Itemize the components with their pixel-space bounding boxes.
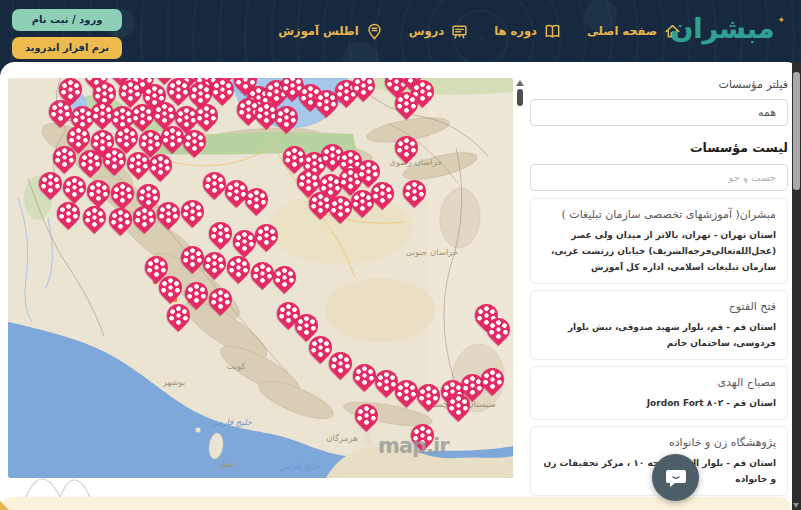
map-pin-icon xyxy=(366,23,383,40)
institution-card[interactable]: فتح الفتوح استان قم - قم، بلوار شهید صدو… xyxy=(530,290,788,360)
flower-pin-icon xyxy=(161,126,184,149)
search-input[interactable] xyxy=(530,164,788,191)
flower-pin-icon xyxy=(111,182,134,205)
map-marker[interactable] xyxy=(190,99,223,132)
nav-home-label: صفحه اصلی xyxy=(587,24,657,38)
flower-pin-icon xyxy=(355,404,378,427)
page-scrollbar-thumb[interactable] xyxy=(793,72,800,190)
filter-select[interactable]: همه xyxy=(530,99,788,126)
map-marker[interactable] xyxy=(106,177,139,210)
flower-pin-icon xyxy=(87,180,110,203)
flower-pin-icon xyxy=(403,180,426,203)
map-marker[interactable] xyxy=(104,203,137,236)
filter-selected-value: همه xyxy=(758,106,776,119)
flower-pin-icon xyxy=(127,152,150,175)
map-marker[interactable] xyxy=(268,261,301,294)
institutions-list-title: لیست مؤسسات xyxy=(530,140,788,155)
nav-courses-label: دوره ها xyxy=(494,24,537,38)
map-attribution: map.ir xyxy=(378,434,449,458)
flower-pin-icon xyxy=(49,100,72,123)
map-marker[interactable] xyxy=(324,347,357,380)
flower-pin-icon xyxy=(83,206,106,229)
mini-scrollbar-thumb[interactable] xyxy=(517,89,523,106)
flower-pin-icon xyxy=(181,200,204,223)
map-marker[interactable] xyxy=(398,175,431,208)
flower-pin-icon xyxy=(329,352,352,375)
flower-pin-icon xyxy=(352,78,375,97)
map-marker[interactable] xyxy=(442,389,475,422)
flower-pin-icon xyxy=(227,256,250,279)
flower-pin-icon xyxy=(275,106,298,129)
map-marker[interactable] xyxy=(366,177,399,210)
map-marker[interactable] xyxy=(390,131,423,164)
flower-pin-icon xyxy=(181,246,204,269)
main-nav: صفحه اصلی دوره ها دروس اط xyxy=(278,0,681,62)
login-register-button[interactable]: ورود / ثبت نام xyxy=(12,9,122,31)
chat-widget-button[interactable] xyxy=(652,454,699,501)
flower-pin-icon xyxy=(203,252,226,275)
map-marker[interactable] xyxy=(240,183,273,216)
nav-atlas[interactable]: اطلس آموزش xyxy=(278,23,383,40)
map-marker[interactable] xyxy=(204,283,237,316)
map-marker[interactable] xyxy=(178,125,211,158)
map-marker[interactable] xyxy=(222,251,255,284)
flower-pin-icon xyxy=(167,304,190,327)
logo[interactable]: ✦ مبشران xyxy=(670,13,785,44)
nav-courses[interactable]: دوره ها xyxy=(494,23,561,40)
flower-pin-icon xyxy=(295,314,318,337)
page-scrollbar[interactable] xyxy=(792,62,801,510)
map-marker[interactable] xyxy=(82,175,115,208)
institution-card[interactable]: مصباح الهدی استان قم - Jordon Fort ۸۰۲ xyxy=(530,366,788,420)
flower-pin-icon xyxy=(251,262,274,285)
map-marker[interactable] xyxy=(152,197,185,230)
map-marker[interactable] xyxy=(412,379,445,412)
map-marker[interactable] xyxy=(58,171,91,204)
android-app-button[interactable]: نرم افزار اندروید xyxy=(12,37,122,59)
nav-lessons[interactable]: دروس xyxy=(409,23,469,40)
institution-card[interactable]: مبشران( آموزشهای تخصصی سازمان تبلیغات ) … xyxy=(530,198,788,284)
scroll-down-arrow-icon[interactable] xyxy=(793,503,799,508)
map-marker[interactable] xyxy=(198,247,231,280)
map-marker[interactable] xyxy=(270,101,303,134)
map-marker[interactable] xyxy=(128,201,161,234)
institution-name: فتح الفتوح xyxy=(542,298,776,316)
map-marker[interactable] xyxy=(250,219,283,252)
nav-home[interactable]: صفحه اصلی xyxy=(587,23,681,40)
flower-pin-icon xyxy=(371,182,394,205)
map-marker[interactable] xyxy=(176,195,209,228)
flower-pin-icon xyxy=(211,78,234,101)
map-marker[interactable] xyxy=(34,167,67,200)
filter-label: فیلتر مؤسسات xyxy=(530,78,788,91)
map-marker[interactable] xyxy=(144,149,177,182)
institutions-list: مبشران( آموزشهای تخصصی سازمان تبلیغات ) … xyxy=(530,198,788,497)
map-marker[interactable] xyxy=(52,197,85,230)
map-marker[interactable] xyxy=(390,87,423,120)
map-marker[interactable] xyxy=(154,271,187,304)
flower-pin-icon xyxy=(185,282,208,305)
flower-pin-icon xyxy=(273,266,296,289)
flower-pin-icon xyxy=(255,224,278,247)
flower-pin-icon xyxy=(209,288,232,311)
decorative-petal-arcs xyxy=(22,473,94,497)
institution-name: مبشران( آموزشهای تخصصی سازمان تبلیغات ) xyxy=(542,206,776,224)
map-marker[interactable] xyxy=(350,399,383,432)
flower-pin-icon xyxy=(115,126,138,149)
map-marker[interactable] xyxy=(482,313,513,346)
flower-pin-icon xyxy=(209,222,232,245)
map-marker[interactable] xyxy=(78,201,111,234)
map-marker[interactable] xyxy=(74,145,107,178)
flower-pin-icon xyxy=(395,92,418,115)
map-mini-scrollbar[interactable] xyxy=(516,80,524,180)
map-marker[interactable] xyxy=(476,363,509,396)
map-marker[interactable] xyxy=(204,217,237,250)
iran-map[interactable]: آذربایجان خراسان رضوی خراسان جنوبی سیستا… xyxy=(8,78,513,478)
flower-pin-icon xyxy=(39,172,62,195)
scroll-up-arrow-icon[interactable] xyxy=(516,80,524,86)
map-marker[interactable] xyxy=(162,299,195,332)
map-marker[interactable] xyxy=(98,143,131,176)
page: ورود / ثبت نام نرم افزار اندروید صفحه اص… xyxy=(0,0,801,510)
map-markers-layer xyxy=(8,78,513,478)
map-marker[interactable] xyxy=(48,141,81,174)
flower-pin-icon xyxy=(481,368,504,391)
flower-pin-icon xyxy=(353,364,376,387)
